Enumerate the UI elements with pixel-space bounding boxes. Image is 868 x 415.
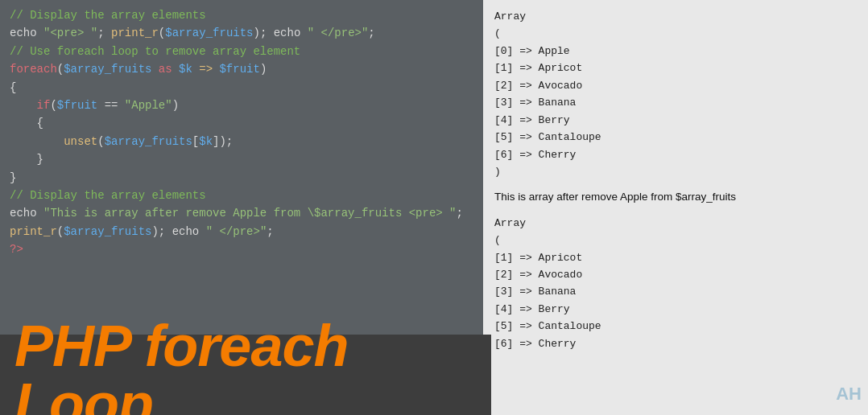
- code-token: ): [172, 99, 179, 112]
- code-token: ;: [368, 27, 374, 39]
- code-token: "This is array after remove Apple from \…: [43, 207, 456, 220]
- code-token: [: [192, 135, 199, 148]
- code-token: {: [10, 81, 16, 94]
- code-token: [10, 99, 37, 112]
- array-item: [2] => Avocado: [494, 77, 857, 94]
- code-token: echo: [10, 27, 43, 39]
- code-line: if($fruit == "Apple"): [10, 97, 482, 114]
- code-token: $array_fruits: [165, 27, 253, 39]
- code-token: (: [97, 135, 104, 148]
- code-token: ;: [267, 225, 273, 238]
- code-token: echo: [10, 207, 43, 220]
- page-title: PHP foreach Loop: [14, 317, 477, 415]
- code-line: // Display the array elements: [10, 187, 482, 204]
- code-token: // Display the array elements: [10, 189, 206, 202]
- array-item: [6] => Cherry: [494, 146, 857, 163]
- array-item: [5] => Cantaloupe: [494, 129, 857, 146]
- output-panel: Array ( [0] => Apple [1] => Apricot [2] …: [483, 0, 868, 415]
- code-line: }: [10, 169, 482, 187]
- main-container: // Display the array elementsecho "<pre>…: [0, 0, 868, 415]
- array2-label: Array: [494, 215, 857, 232]
- code-token: (: [57, 63, 64, 76]
- code-token: // Use foreach loop to remove array elem…: [10, 45, 300, 58]
- array2-items: [1] => Apricot [2] => Avocado [3] => Ban…: [494, 249, 857, 353]
- code-line: print_r($array_fruits); echo " </pre>";: [10, 223, 482, 240]
- code-token: " </pre>": [206, 225, 267, 238]
- output-separator: This is array after remove Apple from $a…: [494, 188, 857, 206]
- code-token: }: [10, 171, 16, 184]
- code-token: print_r: [10, 225, 57, 238]
- code-token: print_r: [111, 27, 159, 39]
- code-token: ==: [97, 99, 125, 112]
- code-line: unset($array_fruits[$k]);: [10, 133, 482, 150]
- title-bar: PHP foreach Loop: [0, 335, 491, 415]
- code-line: echo "This is array after remove Apple f…: [10, 204, 482, 222]
- code-token: (: [57, 225, 64, 238]
- code-token: (: [50, 99, 56, 112]
- array1-label: Array: [494, 8, 857, 25]
- code-token: echo: [172, 225, 206, 238]
- array1-close: ): [494, 163, 857, 180]
- code-token: if: [37, 99, 51, 112]
- array2-open: (: [494, 232, 857, 249]
- code-line: }: [10, 150, 482, 168]
- code-token: " </pre>": [308, 27, 369, 39]
- code-token: unset: [10, 135, 97, 148]
- code-token: $array_fruits: [105, 135, 192, 148]
- code-token: as: [151, 63, 179, 76]
- code-line: // Use foreach loop to remove array elem…: [10, 43, 482, 60]
- code-line: echo "<pre> "; print_r($array_fruits); e…: [10, 24, 482, 42]
- array-item: [1] => Apricot: [494, 60, 857, 76]
- code-token: foreach: [10, 63, 57, 76]
- code-token: }: [10, 153, 43, 166]
- code-token: {: [10, 117, 43, 129]
- code-token: "Apple": [125, 99, 172, 112]
- code-line: {: [10, 114, 482, 132]
- code-token: $array_fruits: [64, 63, 151, 76]
- code-token: );: [253, 27, 273, 39]
- code-token: ;: [97, 27, 111, 39]
- code-line: {: [10, 79, 482, 97]
- code-line: // Display the array elements: [10, 6, 482, 24]
- code-token: (: [159, 27, 165, 39]
- array1-items: [0] => Apple [1] => Apricot [2] => Avoca…: [494, 43, 857, 163]
- code-token: $k: [179, 63, 192, 76]
- array-item: [2] => Avocado: [494, 266, 857, 283]
- code-token: $fruit: [219, 63, 259, 76]
- array-item: [3] => Banana: [494, 283, 857, 300]
- code-token: ): [260, 63, 267, 76]
- code-token: ;: [457, 207, 463, 220]
- watermark: AH: [836, 380, 862, 409]
- code-token: ]);: [213, 135, 233, 148]
- array1-open: (: [494, 25, 857, 42]
- code-token: );: [151, 225, 172, 238]
- code-token: $k: [199, 135, 213, 148]
- code-token: $fruit: [57, 99, 97, 112]
- code-token: $array_fruits: [64, 225, 151, 238]
- array-item: [1] => Apricot: [494, 249, 857, 266]
- code-token: ?>: [10, 243, 23, 256]
- array-item: [6] => Cherry: [494, 335, 857, 352]
- array-item: [3] => Banana: [494, 94, 857, 111]
- array-item: [0] => Apple: [494, 43, 857, 60]
- code-token: "<pre> ": [43, 27, 97, 39]
- code-token: // Display the array elements: [10, 9, 206, 22]
- code-line: ?>: [10, 240, 482, 258]
- code-line: foreach($array_fruits as $k => $fruit): [10, 60, 482, 78]
- code-token: =>: [192, 63, 220, 76]
- array-item: [4] => Berry: [494, 112, 857, 129]
- array-item: [4] => Berry: [494, 301, 857, 318]
- code-panel: // Display the array elementsecho "<pre>…: [0, 0, 491, 335]
- code-token: echo: [274, 27, 308, 39]
- array-item: [5] => Cantaloupe: [494, 318, 857, 335]
